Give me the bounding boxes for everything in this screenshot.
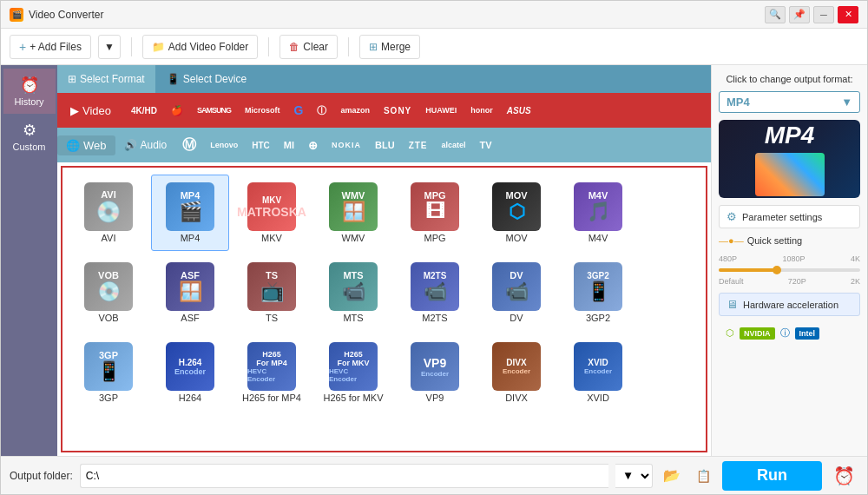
format-item-avi[interactable]: AVI 💿 AVI (69, 175, 148, 251)
mkv-icon: MKV MATROSKA (247, 182, 296, 231)
format-item-m4v[interactable]: M4V 🎵 M4V (559, 175, 637, 251)
output-path-dropdown[interactable]: ▼ (615, 464, 653, 488)
format-item-vp9[interactable]: VP9 Encoder VP9 (396, 334, 474, 411)
play-icon: ▶ (70, 104, 79, 117)
add-files-dropdown[interactable]: ▼ (98, 35, 121, 59)
format-item-vob[interactable]: VOB 💿 VOB (69, 254, 148, 331)
wmv-label: WMV (342, 233, 365, 243)
format-item-divx[interactable]: DIVX Encoder DIVX (477, 334, 556, 411)
nvidia-badge: NVIDIA (740, 327, 775, 340)
brand-nokia[interactable]: NOKIA (325, 141, 368, 149)
slider-track[interactable] (719, 268, 860, 272)
format-item-h265mkv[interactable]: H265For MKV HEVC Encoder H265 for MKV (314, 334, 392, 411)
brand-lenovo[interactable]: Lenovo (203, 141, 245, 149)
clear-button[interactable]: 🗑 Clear (279, 35, 338, 59)
brand-mi[interactable]: MI (277, 140, 301, 150)
brand-amazon[interactable]: amazon (333, 106, 377, 115)
format-select-dropdown[interactable]: MP4 ▼ (719, 91, 860, 113)
3gp-icon: 3GP 📱 (84, 342, 133, 391)
format-item-mts[interactable]: MTS 📹 MTS (314, 254, 392, 331)
h264-icon: H.264 Encoder (166, 342, 214, 391)
gpu-badges: ⬡ NVIDIA ⓘ Intel (719, 323, 860, 343)
4kuhd-item[interactable]: 4K/HD (124, 106, 164, 116)
format-item-mkv[interactable]: MKV MATROSKA MKV (233, 175, 311, 251)
pin-title-btn[interactable]: 📌 (789, 6, 810, 23)
sidebar: ⏰ History ⚙ Custom (1, 65, 57, 456)
brand-honor[interactable]: honor (464, 106, 500, 115)
web-button[interactable]: 🌐 Web (57, 135, 115, 155)
mp4-label: MP4 (181, 233, 201, 243)
search-title-btn[interactable]: 🔍 (765, 6, 786, 23)
audio-button[interactable]: 🔊 Audio (115, 135, 176, 155)
brand-microsoft[interactable]: Microsoft (238, 106, 287, 115)
parameter-settings-button[interactable]: ⚙ Parameter settings (719, 205, 860, 228)
video-button[interactable]: ▶ Video (60, 96, 122, 125)
vp9-icon: VP9 Encoder (411, 342, 459, 391)
format-item-wmv[interactable]: WMV 🪟 WMV (314, 175, 392, 251)
brand-asus[interactable]: ASUS (500, 106, 538, 116)
format-item-dv[interactable]: DV 📹 DV (477, 254, 556, 331)
select-device-tab[interactable]: 📱 Select Device (156, 65, 711, 93)
sidebar-item-custom[interactable]: ⚙ Custom (3, 114, 56, 159)
mov-label: MOV (505, 233, 527, 243)
alarm-button[interactable]: ⏰ (829, 461, 858, 491)
select-format-tab[interactable]: ⊞ Select Format (57, 65, 156, 93)
brand-lg[interactable]: ⓛ (310, 104, 333, 117)
close-btn[interactable]: ✕ (838, 6, 858, 23)
format-item-h264[interactable]: H.264 Encoder H264 (151, 334, 229, 411)
slider-fill (719, 268, 775, 272)
mpg-label: MPG (424, 233, 445, 243)
format-item-3gp2[interactable]: 3GP2 📱 3GP2 (559, 254, 637, 331)
format-item-h265mp4[interactable]: H265For MP4 HEVC Encoder H265 for MP4 (233, 334, 311, 411)
brand-oneplus[interactable]: ⊕ (301, 139, 325, 152)
format-row2: 🌐 Web 🔊 Audio Ⓜ Lenovo HTC MI ⊕ NOKIA BL… (57, 128, 711, 162)
add-video-folder-button[interactable]: 📁 Add Video Folder (142, 35, 259, 59)
output-format-title: Click to change output format: (719, 74, 860, 84)
app-title: Video Converter (29, 9, 104, 21)
format-tab-row: ⊞ Select Format 📱 Select Device (57, 65, 711, 93)
brand-htc[interactable]: HTC (245, 141, 277, 150)
sidebar-item-history[interactable]: ⏰ History (3, 69, 56, 114)
video-label: Video (82, 104, 111, 117)
ts-icon: TS 📺 (247, 262, 296, 311)
brand-blu[interactable]: BLU (368, 140, 402, 150)
brand-google[interactable]: G (287, 103, 311, 117)
minimize-btn[interactable]: ─ (813, 6, 834, 23)
format-item-asf[interactable]: ASF 🪟 ASF (151, 254, 229, 331)
hw-accel-icon: 🖥 (727, 298, 738, 311)
merge-button[interactable]: ⊞ Merge (359, 35, 420, 59)
brand-tv[interactable]: TV (473, 140, 499, 150)
run-button[interactable]: Run (722, 461, 822, 491)
brand-zte[interactable]: ZTE (402, 141, 435, 150)
add-files-button[interactable]: + + Add Files (10, 35, 91, 59)
asf-icon: ASF 🪟 (166, 262, 214, 311)
separator-3 (348, 37, 349, 56)
vp9-label: VP9 (426, 393, 444, 403)
format-item-mov[interactable]: MOV ⬡ MOV (477, 175, 556, 251)
brand-moto[interactable]: Ⓜ (175, 136, 203, 155)
format-item-3gp[interactable]: 3GP 📱 3GP (69, 334, 148, 411)
device-tab-icon: 📱 (167, 73, 180, 85)
format-item-mpg[interactable]: MPG 🎞 MPG (396, 175, 474, 251)
format-tab-icon: ⊞ (68, 73, 76, 85)
brand-samsung[interactable]: SAMSUNG (190, 106, 238, 115)
brand-huawei[interactable]: HUAWEI (418, 106, 464, 115)
format-item-ts[interactable]: TS 📺 TS (233, 254, 311, 331)
format-item-mp4[interactable]: MP4 🎬 MP4 (151, 175, 229, 251)
output-path-input[interactable] (80, 464, 608, 488)
history-icon: ⏰ (20, 76, 39, 95)
separator-2 (268, 37, 269, 56)
m2ts-label: M2TS (422, 313, 447, 323)
brand-sony[interactable]: SONY (377, 106, 418, 116)
quality-slider[interactable]: 480P 1080P 4K Default 720P 2K (719, 253, 860, 286)
asf-label: ASF (181, 313, 199, 323)
open-folder-button[interactable]: 📋 (691, 464, 715, 488)
brand-alcatel[interactable]: alcatel (435, 141, 473, 149)
dv-icon: DV 📹 (492, 262, 541, 311)
format-item-xvid[interactable]: XVID Encoder XVID (559, 334, 637, 411)
brand-apple[interactable]: 🍎 (164, 105, 190, 116)
vob-label: VOB (98, 313, 118, 323)
hardware-acceleration-button[interactable]: 🖥 Hardware acceleration (719, 293, 860, 316)
browse-folder-button[interactable]: 📂 (660, 464, 684, 488)
format-item-m2ts[interactable]: M2TS 📹 M2TS (396, 254, 474, 331)
